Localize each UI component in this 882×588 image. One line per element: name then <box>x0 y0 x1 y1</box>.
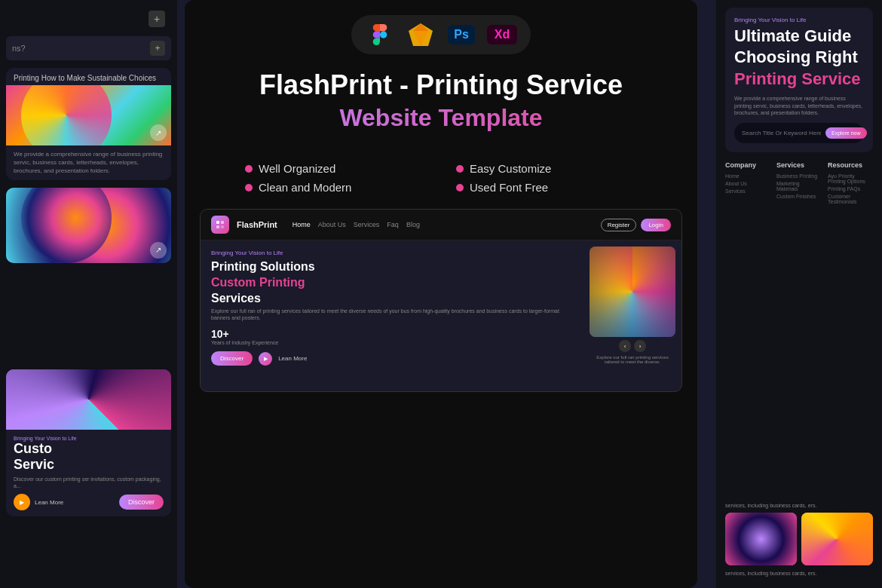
rs-footer-resources-title: Resources <box>828 161 873 169</box>
card-arrow-button[interactable]: ↗ <box>150 124 167 141</box>
rs-search-bar[interactable]: Explore now <box>734 123 864 143</box>
rs-footer-link-about[interactable]: About Us <box>725 181 770 186</box>
mockup-register-button[interactable]: Register <box>601 219 637 231</box>
swirl-decoration <box>21 85 112 145</box>
feature-dot-1 <box>245 165 253 173</box>
photoshop-tool: Ps <box>448 21 475 48</box>
rs-image-row <box>725 513 873 565</box>
rs-footer-link-faqs[interactable]: Printing FAQs <box>828 186 873 191</box>
rs-footer-link-marketing[interactable]: Marketing Materials <box>776 181 822 191</box>
rs-footer-link-custom[interactable]: Custom Finishes <box>776 194 822 199</box>
rs-image-swirl-orange <box>801 513 873 565</box>
rs-explore-button[interactable]: Explore now <box>825 127 867 139</box>
mockup-nav: FlashPrint Home About Us Services Faq Bl… <box>201 210 681 240</box>
mockup-brand-name: FlashPrint <box>237 220 277 229</box>
rs-image-text-1: services, including business cards, ers. <box>725 502 873 510</box>
rs-footer-col-resources: Resources Ayu Priority Printing Options … <box>828 161 873 207</box>
rs-title-1: Ultimate Guide <box>734 26 864 46</box>
sidebar-lean-label: Lean More <box>35 499 63 506</box>
mockup-eyebrow: Bringing Your Vision to Life <box>211 250 573 256</box>
preview-mockup: FlashPrint Home About Us Services Faq Bl… <box>200 209 682 392</box>
nav-prev-button[interactable]: ‹ <box>619 340 631 352</box>
mockup-login-button[interactable]: Login <box>641 219 671 231</box>
mockup-play-button[interactable]: ▶ <box>259 352 272 366</box>
sidebar-card-1-image: ↗ <box>6 85 171 145</box>
sidebar-mid-title-2: Servic <box>14 457 164 473</box>
sidebar-card-2-image: ↗ <box>6 188 171 263</box>
mockup-headline-1: Printing Solutions <box>211 259 573 274</box>
rs-image-large <box>725 513 797 565</box>
rs-footer-link-testimonials[interactable]: Customer Testimonials <box>828 194 873 204</box>
feature-dot-3 <box>245 184 253 191</box>
sidebar-card-2: ↗ <box>6 188 171 263</box>
rs-images: services, including business cards, ers.… <box>725 502 873 580</box>
mockup-nav-arrows: ‹ › <box>590 340 675 352</box>
feature-label-2: Easy Customize <box>470 162 551 175</box>
main-title: FlashPrint - Printing Service <box>215 69 667 101</box>
nav-next-button[interactable]: › <box>634 340 646 352</box>
rs-description: We provide a comprehensive range of busi… <box>734 95 864 117</box>
sketch-tool <box>407 21 434 48</box>
nav-about[interactable]: About Us <box>318 221 346 228</box>
rs-eyebrow: Bringing Your Vision to Life <box>734 17 864 23</box>
mockup-logo-icon <box>215 219 225 230</box>
rs-footer-link-business[interactable]: Business Printing <box>776 173 822 179</box>
tools-bar: Ps Xd <box>185 0 697 62</box>
nav-blog[interactable]: Blog <box>406 221 420 228</box>
sidebar-mid-subtitle: Bringing Your Vision to Life <box>14 436 164 441</box>
rs-title-accent: Printing Service <box>734 69 864 89</box>
card-2-arrow-button[interactable]: ↗ <box>150 242 167 259</box>
mockup-headline-accent: Printing <box>259 276 305 289</box>
rs-footer-link-home[interactable]: Home <box>725 173 770 179</box>
sidebar-card-1-title: Printing How to Make Sustainable Choices <box>6 68 171 85</box>
mockup-buttons: Discover ▶ Lean More <box>211 351 573 366</box>
figma-tool <box>366 21 394 48</box>
rs-footer-col-company: Company Home About Us Services <box>725 161 770 207</box>
sidebar-mid-card: Bringing Your Vision to Life Custo Servi… <box>6 369 171 516</box>
sidebar-search-add-button[interactable]: + <box>150 41 165 56</box>
rs-footer-links: Company Home About Us Services Services … <box>725 161 873 207</box>
mockup-stat-label: Years of Industry Experience <box>211 340 573 345</box>
sidebar-mid-content: Bringing Your Vision to Life Custo Servi… <box>6 430 171 516</box>
mockup-nav-buttons: Register Login <box>601 219 671 231</box>
center-title-section: FlashPrint - Printing Service Website Te… <box>185 62 697 162</box>
sidebar-mid-title-1: Custo <box>14 441 164 457</box>
mockup-caption: Explore our full ran printing services t… <box>590 355 675 364</box>
sidebar-search-bar[interactable]: ns? + <box>6 36 171 60</box>
nav-home[interactable]: Home <box>292 221 311 228</box>
sidebar-discover-button[interactable]: Discover <box>119 495 164 510</box>
nav-faq[interactable]: Faq <box>387 221 399 228</box>
mockup-logo <box>211 216 229 234</box>
rs-image-swirl-purple <box>725 513 797 565</box>
rs-search-input[interactable] <box>742 130 821 136</box>
feature-item-4: Used Font Free <box>456 181 637 194</box>
rs-footer-link-services[interactable]: Services <box>725 188 770 194</box>
mockup-right-content: ‹ › Explore our full ran printing servic… <box>583 240 681 391</box>
feature-label-4: Used Font Free <box>470 181 548 194</box>
sidebar-play-button[interactable]: ▶ <box>14 494 30 510</box>
rs-image-text-2: services, including business cards, ers. <box>725 570 873 577</box>
mockup-lean-label: Lean More <box>278 355 307 362</box>
mockup-hero-image <box>590 247 675 337</box>
hero-overlay <box>590 247 675 337</box>
sidebar-add-button[interactable]: + <box>149 11 165 27</box>
nav-services[interactable]: Services <box>354 221 380 228</box>
sidebar-mid-desc: Discover our custom printing ser invitat… <box>14 476 164 489</box>
sidebar-mid-buttons: ▶ Lean More Discover <box>14 494 164 510</box>
sidebar-card-1: Printing How to Make Sustainable Choices… <box>6 68 171 180</box>
mockup-discover-button[interactable]: Discover <box>211 351 253 366</box>
feature-label-1: Well Organized <box>259 162 335 175</box>
mockup-description: Explore our full ran of printing service… <box>211 308 573 323</box>
rs-image-small <box>801 513 873 565</box>
xd-tool: Xd <box>488 21 516 48</box>
rs-footer-link-ayu[interactable]: Ayu Priority Printing Options <box>828 173 873 184</box>
xd-label: Xd <box>487 25 517 44</box>
rs-footer-services-title: Services <box>776 161 822 169</box>
sidebar-card-1-text: We provide a comprehensive range of busi… <box>6 145 171 180</box>
rs-title-2: Choosing Right <box>734 47 864 67</box>
feature-item-3: Clean and Modern <box>245 181 426 194</box>
right-sidebar-top-card: Bringing Your Vision to Life Ultimate Gu… <box>725 8 873 152</box>
feature-item-1: Well Organized <box>245 162 426 175</box>
main-content: Ps Xd FlashPrint - Printing Service Webs… <box>185 0 697 588</box>
mockup-headline-3: Services <box>211 291 573 305</box>
